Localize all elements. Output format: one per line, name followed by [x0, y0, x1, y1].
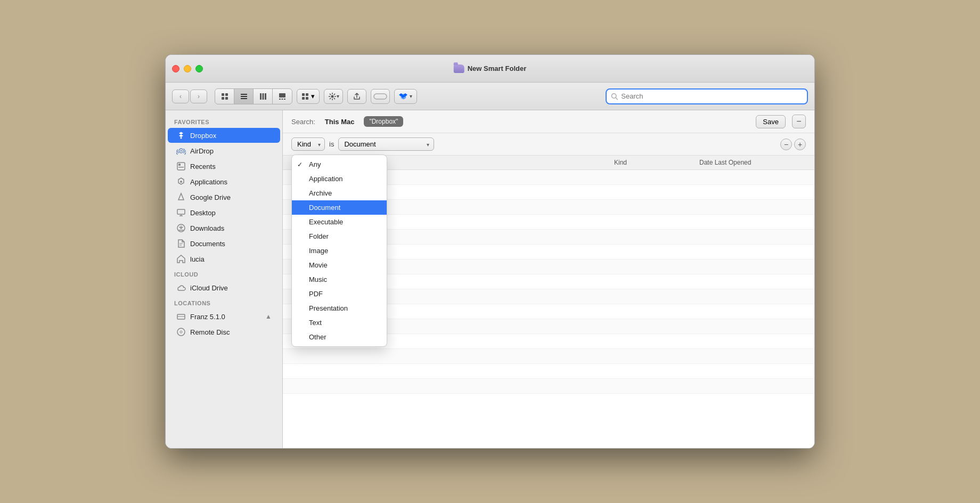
- add-filter-button[interactable]: +: [794, 139, 806, 150]
- gallery-view-button[interactable]: [273, 89, 292, 104]
- locations-section-label: Locations: [166, 296, 282, 309]
- dropbox-toolbar-button[interactable]: ⬡ ▾: [394, 89, 417, 104]
- filter-value-button[interactable]: Document: [338, 137, 434, 151]
- share-button[interactable]: [347, 89, 366, 104]
- dropdown-item-folder[interactable]: Folder: [292, 229, 387, 244]
- sidebar-item-label-documents: Documents: [190, 240, 225, 248]
- home-icon: [176, 254, 186, 264]
- sidebar-item-downloads[interactable]: Downloads: [168, 221, 280, 236]
- svg-point-24: [180, 137, 182, 139]
- sidebar-item-recents[interactable]: Recents: [168, 159, 280, 174]
- maximize-button[interactable]: [195, 65, 203, 72]
- back-button[interactable]: ‹: [172, 90, 189, 103]
- svg-rect-9: [265, 93, 266, 100]
- svg-rect-28: [178, 164, 181, 166]
- window-title: New Smart Folder: [454, 64, 527, 73]
- sidebar-item-airdrop[interactable]: AirDrop: [168, 143, 280, 158]
- dropbox-scope-button[interactable]: "Dropbox": [364, 116, 403, 127]
- svg-rect-3: [225, 97, 228, 100]
- close-button[interactable]: [172, 65, 179, 72]
- desktop-icon: [176, 208, 186, 217]
- sidebar-item-label-lucia: lucia: [190, 255, 205, 263]
- dropdown-item-image[interactable]: Image: [292, 244, 387, 258]
- sidebar-item-franz[interactable]: Franz 5.1.0 ▲: [168, 309, 280, 324]
- list-view-icon: [240, 93, 248, 100]
- sidebar-item-icloud-drive[interactable]: iCloud Drive: [168, 280, 280, 295]
- column-view-button[interactable]: [254, 89, 273, 104]
- sidebar-item-google-drive[interactable]: Google Drive: [168, 190, 280, 205]
- svg-rect-7: [260, 93, 262, 100]
- remove-search-button[interactable]: −: [792, 115, 806, 128]
- search-input[interactable]: [621, 92, 803, 100]
- column-header-kind[interactable]: Kind: [614, 159, 699, 166]
- svg-rect-2: [222, 97, 224, 100]
- toolbar: ‹ ›: [166, 83, 814, 110]
- folder-icon: [454, 64, 464, 73]
- dropdown-item-text[interactable]: Text: [292, 315, 387, 330]
- sidebar-item-remote-disc[interactable]: Remote Disc: [168, 324, 280, 339]
- svg-rect-13: [284, 99, 285, 100]
- applications-icon: [176, 177, 186, 186]
- forward-button[interactable]: ›: [190, 90, 207, 103]
- sidebar-item-documents[interactable]: Documents: [168, 236, 280, 251]
- search-icon: [611, 93, 618, 100]
- sidebar-item-label-airdrop: AirDrop: [190, 147, 214, 155]
- dropdown-item-presentation[interactable]: Presentation: [292, 301, 387, 315]
- sidebar-item-label-downloads: Downloads: [190, 224, 224, 232]
- dropdown-item-any[interactable]: Any: [292, 157, 387, 172]
- save-button[interactable]: Save: [756, 115, 786, 128]
- airdrop-icon: [176, 146, 186, 156]
- svg-point-18: [331, 95, 333, 98]
- dropdown-item-movie[interactable]: Movie: [292, 258, 387, 272]
- eject-button-franz[interactable]: ▲: [265, 313, 272, 320]
- svg-point-41: [180, 331, 182, 333]
- gear-icon: [328, 92, 337, 101]
- sidebar-item-applications[interactable]: Applications: [168, 174, 280, 189]
- sidebar-item-label-desktop: Desktop: [190, 209, 216, 217]
- dropbox-icon: [176, 131, 186, 140]
- group-dropdown-arrow: ▾: [311, 92, 315, 100]
- dropdown-item-other[interactable]: Other: [292, 330, 387, 344]
- svg-point-40: [177, 328, 185, 336]
- search-label: Search:: [291, 118, 315, 126]
- svg-rect-17: [306, 97, 308, 100]
- sidebar-item-dropbox[interactable]: Dropbox: [168, 128, 280, 143]
- svg-point-30: [180, 181, 182, 183]
- sidebar-item-label-applications: Applications: [190, 178, 227, 186]
- sidebar-item-lucia[interactable]: lucia: [168, 251, 280, 266]
- traffic-lights: [172, 65, 203, 72]
- recents-icon: [176, 161, 186, 171]
- sidebar-item-desktop[interactable]: Desktop: [168, 205, 280, 220]
- kind-filter-select[interactable]: Kind: [291, 137, 325, 151]
- forward-icon: ›: [198, 93, 200, 100]
- this-mac-scope-button[interactable]: This Mac: [322, 117, 358, 127]
- column-header-date[interactable]: Date Last Opened: [699, 159, 806, 166]
- table-row: [283, 349, 814, 364]
- svg-text:⬡: ⬡: [401, 94, 406, 100]
- dropdown-item-executable[interactable]: Executable: [292, 215, 387, 229]
- dropdown-item-archive[interactable]: Archive: [292, 186, 387, 200]
- list-view-button[interactable]: [234, 89, 254, 104]
- filter-row: Kind is Document Any Application A: [283, 133, 814, 156]
- table-row: [283, 364, 814, 379]
- sidebar-item-label-google-drive: Google Drive: [190, 193, 231, 201]
- action-button[interactable]: ▾: [324, 89, 343, 104]
- group-icon: [301, 93, 309, 100]
- tag-button[interactable]: [371, 89, 390, 104]
- icon-view-button[interactable]: [215, 89, 234, 104]
- dropdown-item-music[interactable]: Music: [292, 272, 387, 287]
- google-drive-icon: [176, 192, 186, 202]
- group-by-dropdown[interactable]: ▾: [297, 89, 320, 104]
- minimize-button[interactable]: [184, 65, 191, 72]
- dropdown-item-application[interactable]: Application: [292, 172, 387, 186]
- dropdown-item-pdf[interactable]: PDF: [292, 287, 387, 301]
- remove-filter-button[interactable]: −: [780, 139, 792, 150]
- icon-view-icon: [221, 93, 228, 100]
- svg-rect-19: [374, 94, 387, 99]
- filter-selected-value: Document: [344, 140, 375, 148]
- nav-buttons: ‹ ›: [172, 90, 207, 103]
- kind-dropdown-menu: Any Application Archive Document Executa…: [291, 155, 387, 347]
- svg-rect-5: [241, 96, 247, 97]
- column-view-icon: [259, 93, 267, 100]
- dropdown-item-document[interactable]: Document: [292, 200, 387, 215]
